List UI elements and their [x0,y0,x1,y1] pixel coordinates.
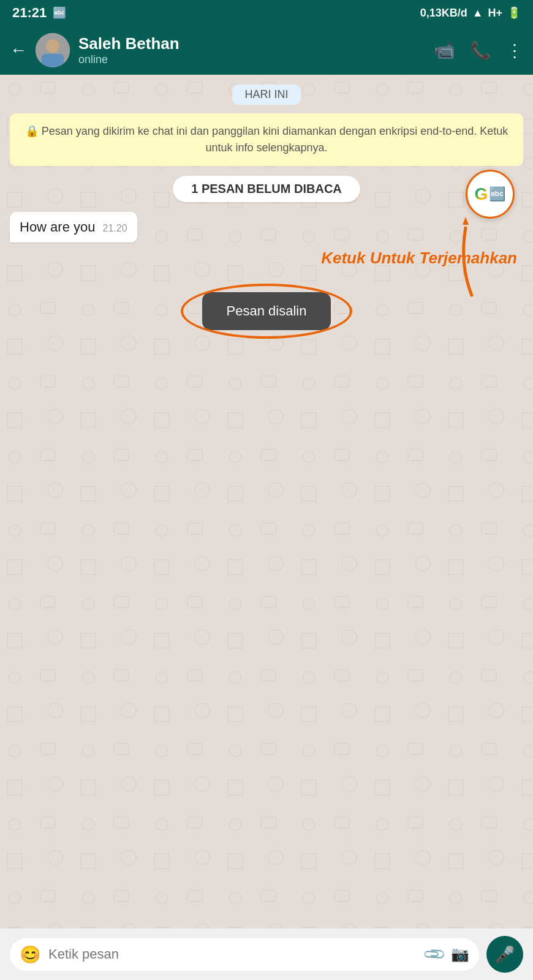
toast-message: Pesan disalin [202,292,331,330]
svg-marker-0 [463,217,469,225]
avatar[interactable] [36,33,70,67]
unread-count-badge: 1 PESAN BELUM DIBACA [173,176,360,202]
chat-messages: HARI INI 🔒 Pesan yang dikirim ke chat in… [0,75,533,929]
contact-name: Saleh Bethan [78,34,425,53]
network-speed: 0,13KB/d [420,7,467,20]
battery-icon: 🔋 [507,6,521,20]
signal-icon: ▲ [472,7,483,20]
emoji-button[interactable]: 😊 [20,944,41,965]
date-badge-wrap: HARI INI [10,85,523,105]
chat-header: ← Saleh Bethan online 📹 📞 ⋮ [0,26,533,75]
date-badge: HARI INI [232,85,300,105]
translate-icon: 🔤 [489,186,505,202]
google-translate-button[interactable]: G 🔤 [466,170,515,219]
unread-badge-wrap: 1 PESAN BELUM DIBACA [10,176,523,202]
toast-container: Pesan disalin [202,292,331,330]
video-call-button[interactable]: 📹 [434,40,455,61]
back-button[interactable]: ← [10,40,27,60]
header-icons: 📹 📞 ⋮ [434,40,523,61]
chat-body: G 🔤 HARI INI 🔒 Pesan yang dikirim ke cha… [0,75,533,929]
contact-info[interactable]: Saleh Bethan online [78,34,425,66]
status-bar: 21:21 🔤 0,13KB/d ▲ H+ 🔋 [0,0,533,26]
voice-call-button[interactable]: 📞 [470,40,491,61]
more-options-button[interactable]: ⋮ [506,40,523,61]
input-bar: 😊 📎 📷 🎤 [0,929,533,980]
message-bubble[interactable]: How are you 21.20 [10,212,137,243]
camera-button[interactable]: 📷 [451,946,469,963]
time-display: 21:21 [12,5,47,21]
google-g-icon: G [475,184,488,204]
arrow-annotation [435,216,484,304]
phone-screen: 21:21 🔤 0,13KB/d ▲ H+ 🔋 ← Saleh Bethan o… [0,0,533,980]
encryption-notice[interactable]: 🔒 Pesan yang dikirim ke chat ini dan pan… [10,113,523,166]
attach-button[interactable]: 📎 [421,941,447,967]
message-input[interactable] [48,946,418,962]
mic-button[interactable]: 🎤 [486,936,523,973]
message-time: 21.20 [103,223,127,234]
mic-icon: 🎤 [495,945,515,964]
contact-status: online [78,53,425,66]
network-type: H+ [488,7,502,20]
message-input-wrap: 😊 📎 📷 [10,938,479,971]
translate-status-icon: 🔤 [53,6,66,20]
message-text: How are you [20,219,96,235]
